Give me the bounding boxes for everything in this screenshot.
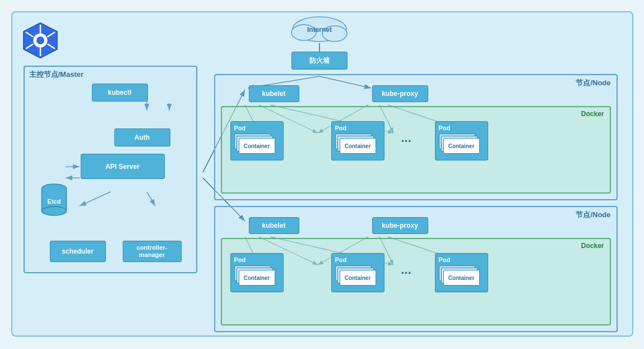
- controller-manager-box: controller-manager: [123, 241, 182, 262]
- pod-label: Pod: [335, 256, 381, 263]
- pod-label: Pod: [234, 125, 280, 131]
- pod-label: Pod: [439, 256, 484, 263]
- docker-label-1: Docker: [581, 110, 604, 118]
- dots-1: ...: [401, 131, 411, 145]
- firewall-box: 防火墙: [291, 52, 348, 70]
- api-server-box: API Server: [81, 154, 165, 179]
- master-label: 主控节点/Master: [29, 70, 84, 80]
- auth-box: Auth: [114, 128, 170, 146]
- kubectl-box: kubectl: [92, 84, 148, 102]
- node-panel-2: 节点/Node kubelet kube-proxy Docker Pod Co…: [214, 206, 618, 332]
- kubelet-box-2: kubelet: [249, 217, 299, 234]
- pod-label: Pod: [234, 256, 280, 263]
- etcd-box: Etcd: [39, 179, 70, 218]
- scheduler-box: scheduler: [50, 241, 106, 262]
- pod-2-1: Pod Container: [230, 253, 284, 292]
- container-label: Container: [239, 138, 275, 154]
- pod-1-3: Pod Container: [435, 121, 488, 160]
- kube-proxy-box-2: kube-proxy: [372, 217, 428, 234]
- docker-panel-2: Docker Pod Container Pod Containe: [221, 238, 611, 325]
- master-panel: 主控节点/Master kubectl Auth API Server Etcd: [24, 66, 197, 273]
- kube-proxy-box-1: kube-proxy: [372, 85, 428, 102]
- main-diagram: Internet 防火墙 主控节点/Master kubectl Auth AP…: [11, 11, 633, 337]
- internet-label: Internet: [307, 26, 331, 34]
- pod-label: Pod: [439, 125, 484, 131]
- svg-point-34: [293, 17, 346, 42]
- docker-label-2: Docker: [581, 242, 604, 250]
- dots-2: ...: [401, 263, 411, 277]
- container-label: Container: [340, 270, 376, 286]
- svg-text:Etcd: Etcd: [47, 198, 61, 205]
- node-panel-1: 节点/Node kubelet kube-proxy Docker Pod Co…: [214, 74, 618, 200]
- svg-point-36: [322, 26, 347, 42]
- container-label: Container: [239, 270, 275, 286]
- pod-2-3: Pod Container: [435, 253, 488, 292]
- svg-point-8: [36, 36, 44, 44]
- pod-label: Pod: [335, 125, 381, 131]
- pod-1-1: Pod Container: [230, 121, 284, 160]
- pod-2-2: Pod Container: [331, 253, 384, 292]
- container-label: Container: [443, 138, 480, 154]
- kubelet-box-1: kubelet: [249, 85, 299, 102]
- container-label: Container: [340, 138, 376, 154]
- svg-point-35: [291, 25, 316, 40]
- node-2-label: 节点/Node: [576, 210, 610, 220]
- pod-1-2: Pod Container: [331, 121, 384, 160]
- kubernetes-logo: [21, 21, 60, 60]
- docker-panel-1: Docker Pod Container Pod Containe: [221, 106, 611, 194]
- node-1-label: 节点/Node: [576, 78, 610, 88]
- svg-point-41: [41, 206, 66, 215]
- container-label: Container: [443, 270, 480, 286]
